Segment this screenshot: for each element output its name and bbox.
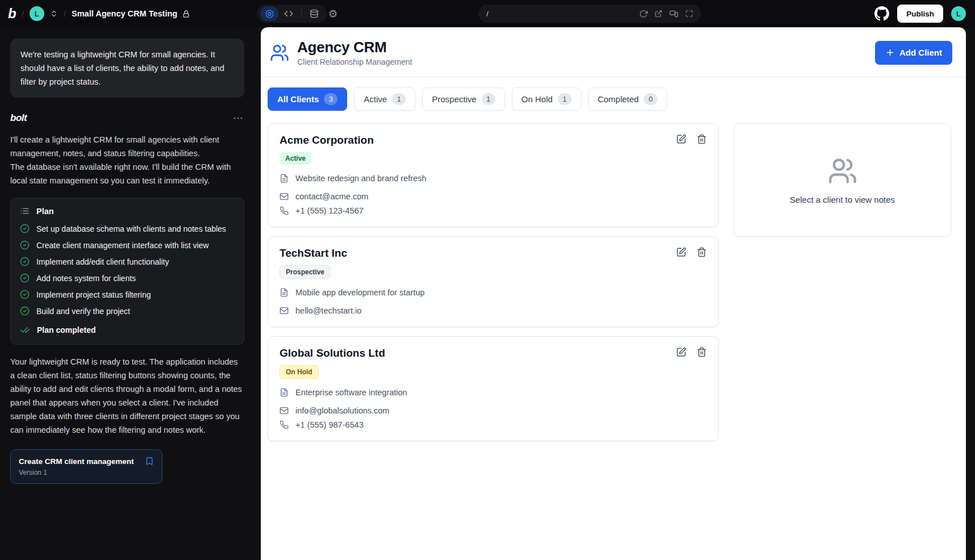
assistant-summary-text: Your lightweight CRM is ready to test. T… bbox=[10, 355, 244, 437]
trash-icon bbox=[697, 134, 707, 144]
plan-title: Plan bbox=[36, 207, 54, 216]
topbar-right-group: Publish L bbox=[874, 0, 966, 27]
top-bar: b / L / Small Agency CRM Testing bbox=[0, 0, 975, 27]
trash-icon bbox=[697, 247, 707, 257]
github-icon[interactable] bbox=[874, 6, 889, 21]
filter-prospective[interactable]: Prospective 1 bbox=[422, 87, 505, 111]
delete-client-button[interactable] bbox=[697, 134, 707, 144]
plan-item: Build and verify the project bbox=[20, 306, 235, 316]
add-client-button[interactable]: Add Client bbox=[875, 41, 952, 65]
client-phone: +1 (555) 987-6543 bbox=[295, 420, 364, 429]
assistant-intro-line1: I'll create a lightweight CRM for small … bbox=[10, 133, 244, 160]
client-card-techstart[interactable]: TechStart Inc Prospective Mobile app dev… bbox=[268, 236, 719, 327]
filter-label: Completed bbox=[598, 94, 639, 104]
settings-gear-button[interactable]: ⚙ bbox=[325, 6, 341, 22]
plan-item-label: Add notes system for clients bbox=[36, 274, 136, 283]
notes-empty-text: Select a client to view notes bbox=[790, 195, 895, 204]
version-card[interactable]: Create CRM client management Version 1 bbox=[10, 449, 163, 484]
check-circle-icon bbox=[20, 224, 30, 233]
bookmark-icon[interactable] bbox=[145, 457, 154, 466]
check-circle-icon bbox=[20, 273, 30, 283]
toggle-divider bbox=[301, 9, 302, 18]
app-subtitle: Client Relationship Management bbox=[297, 57, 412, 66]
publish-button[interactable]: Publish bbox=[897, 5, 943, 23]
client-email: hello@techstart.io bbox=[295, 306, 361, 315]
mail-icon bbox=[280, 406, 289, 415]
plan-item-label: Create client management interface with … bbox=[36, 241, 209, 250]
plan-item: Create client management interface with … bbox=[20, 240, 235, 250]
plan-completed-label: Plan completed bbox=[37, 325, 95, 335]
plan-item-label: Set up database schema with clients and … bbox=[36, 224, 226, 233]
chat-sidebar: We're testing a lightweight CRM for smal… bbox=[0, 27, 255, 560]
client-name: Acme Corporation bbox=[280, 134, 374, 147]
list-icon bbox=[20, 206, 30, 216]
client-project: Website redesign and brand refresh bbox=[295, 174, 426, 183]
filter-label: All Clients bbox=[277, 94, 319, 104]
client-list: Acme Corporation Active Website redesign… bbox=[268, 123, 719, 441]
message-menu-button[interactable]: ⋯ bbox=[233, 115, 244, 121]
users-icon bbox=[828, 156, 857, 186]
client-card-global-solutions[interactable]: Global Solutions Ltd On Hold Enterprise … bbox=[268, 336, 719, 441]
check-circle-icon bbox=[20, 240, 30, 250]
users-icon bbox=[270, 43, 289, 62]
bolt-logo[interactable]: b bbox=[8, 6, 16, 22]
filter-label: On Hold bbox=[522, 94, 553, 104]
edit-client-button[interactable] bbox=[676, 247, 686, 257]
check-circle-icon bbox=[20, 306, 30, 316]
assistant-intro-text: I'll create a lightweight CRM for small … bbox=[10, 133, 244, 187]
document-icon bbox=[280, 288, 289, 297]
database-icon bbox=[310, 9, 319, 18]
client-card-acme[interactable]: Acme Corporation Active Website redesign… bbox=[268, 123, 719, 227]
reload-icon[interactable] bbox=[639, 10, 648, 18]
client-phone: +1 (555) 123-4567 bbox=[295, 206, 364, 215]
document-icon bbox=[280, 388, 289, 397]
plan-item: Implement add/edit client functionality bbox=[20, 257, 235, 266]
lock-icon bbox=[182, 10, 190, 18]
app-header: Agency CRM Client Relationship Managemen… bbox=[261, 27, 966, 77]
code-toggle-button[interactable] bbox=[280, 6, 298, 21]
user-avatar[interactable]: L bbox=[951, 6, 966, 21]
phone-icon bbox=[280, 420, 289, 429]
mail-icon bbox=[280, 192, 289, 201]
edit-icon bbox=[676, 134, 686, 144]
filter-all-clients[interactable]: All Clients 3 bbox=[268, 87, 347, 111]
notes-column: Select a client to view notes bbox=[734, 123, 951, 237]
filter-count-badge: 1 bbox=[558, 93, 572, 105]
filter-count-badge: 0 bbox=[644, 93, 657, 105]
responsive-devices-icon[interactable] bbox=[669, 9, 678, 18]
filter-active[interactable]: Active 1 bbox=[354, 87, 415, 111]
filter-label: Active bbox=[364, 94, 387, 104]
database-toggle-button[interactable] bbox=[305, 6, 323, 21]
double-check-icon bbox=[20, 325, 30, 335]
plus-icon bbox=[885, 48, 895, 57]
status-badge: Active bbox=[280, 152, 311, 165]
delete-client-button[interactable] bbox=[697, 347, 707, 357]
notes-empty-panel: Select a client to view notes bbox=[734, 123, 951, 237]
client-email: contact@acme.com bbox=[295, 192, 368, 201]
workspace-avatar[interactable]: L bbox=[30, 6, 44, 21]
filter-on-hold[interactable]: On Hold 1 bbox=[512, 87, 581, 111]
version-card-title: Create CRM client management bbox=[19, 457, 134, 466]
plan-item: Set up database schema with clients and … bbox=[20, 224, 235, 233]
fullscreen-icon[interactable] bbox=[685, 10, 693, 18]
plan-card: Plan Set up database schema with clients… bbox=[10, 198, 244, 345]
delete-client-button[interactable] bbox=[697, 247, 707, 257]
open-external-icon[interactable] bbox=[655, 10, 663, 18]
project-title: Small Agency CRM Testing bbox=[72, 9, 177, 18]
edit-client-button[interactable] bbox=[676, 347, 686, 357]
workspace-selector-icon[interactable] bbox=[50, 10, 58, 18]
edit-client-button[interactable] bbox=[676, 134, 686, 144]
filter-completed[interactable]: Completed 0 bbox=[588, 87, 668, 111]
assistant-intro-line2: The database isn't available right now. … bbox=[10, 160, 244, 187]
topbar-left-group: b / L / Small Agency CRM Testing bbox=[8, 0, 190, 27]
preview-toggle-button[interactable] bbox=[260, 6, 278, 21]
plan-item-label: Build and verify the project bbox=[36, 307, 130, 316]
assistant-name: bolt bbox=[10, 112, 27, 124]
check-circle-icon bbox=[20, 257, 30, 266]
eye-icon bbox=[265, 9, 274, 19]
gear-icon: ⚙ bbox=[328, 7, 338, 20]
plan-header[interactable]: Plan bbox=[20, 206, 235, 216]
preview-url-bar[interactable]: / bbox=[478, 5, 701, 23]
client-name: TechStart Inc bbox=[280, 247, 347, 260]
url-path[interactable]: / bbox=[486, 10, 639, 18]
